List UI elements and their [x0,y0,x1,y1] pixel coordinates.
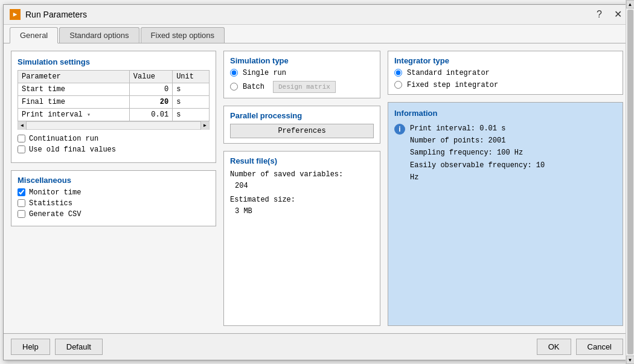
table-vertical-scrollbar[interactable]: ▲ ▼ [626,43,630,333]
info-line-3: Sampling frequency: 100 Hz [410,147,545,159]
design-matrix-button: Design matrix [273,81,336,93]
scroll-thumb[interactable] [627,43,631,333]
tab-fixed-step-options[interactable]: Fixed step options [141,27,225,43]
fixed-step-integrator-label: Fixed step integrator [407,81,498,89]
tabs-bar: General Standard options Fixed step opti… [4,25,630,43]
continuation-run-label: Continuation run [29,135,98,143]
simulation-type-title: Simulation type [230,56,374,65]
info-line-4: Easily observable frequency: 10 [410,159,545,171]
generate-csv-row: Generate CSV [18,210,210,219]
saved-vars-value: 204 [235,180,374,192]
cancel-button[interactable]: Cancel [576,339,623,355]
title-bar-controls: ? ✕ [594,8,624,21]
fixed-step-integrator-radio[interactable] [394,81,402,89]
title-bar-left: ▶ Run Parameters [10,9,87,20]
simulation-settings-title: Simulation settings [18,57,210,66]
continuation-run-row: Continuation run [18,135,210,143]
information-title: Information [394,109,616,118]
generate-csv-checkbox[interactable] [18,210,25,218]
simulation-settings-section: Simulation settings Parameter Value Unit [11,51,216,163]
close-button[interactable]: ✕ [612,8,624,21]
info-text: Print interval: 0.01 s Number of points:… [410,123,545,184]
middle-panel: Simulation type Single run Batch Design … [223,51,380,326]
app-icon: ▶ [10,9,21,20]
standard-integrator-radio[interactable] [394,69,402,77]
main-content: Simulation settings Parameter Value Unit [4,43,630,333]
old-final-values-label: Use old final values [29,145,116,154]
unit-final-time: s [173,95,210,108]
batch-row: Batch Design matrix [230,81,374,93]
param-final-time: Final time [18,95,130,108]
old-final-values-row: Use old final values [18,145,210,154]
title-bar: ▶ Run Parameters ? ✕ [4,5,630,25]
horiz-scroll-track [27,123,200,129]
integrator-type-title: Integrator type [394,56,616,65]
simulation-type-radio-group: Single run Batch Design matrix [230,69,374,93]
statistics-label: Statistics [29,199,72,208]
simulation-type-section: Simulation type Single run Batch Design … [223,51,380,98]
col-header-value: Value [129,70,172,83]
table-horizontal-scrollbar[interactable]: ◀ ▶ [18,121,210,130]
unit-print-interval: s [173,108,210,121]
table-row: Start time 0 s [18,83,210,95]
checkboxes-container: Continuation run Use old final values [18,135,210,154]
miscellaneous-section: Miscellaneous Monitor time Statistics Ge… [11,170,216,226]
standard-integrator-label: Standard integrator [407,69,490,77]
old-final-values-checkbox[interactable] [18,145,25,153]
param-print-interval: Print interval ▾ [18,108,130,121]
table-row: Final time 20 s [18,95,210,108]
value-final-time: 20 [129,95,172,108]
continuation-run-checkbox[interactable] [18,135,25,142]
info-icon: i [394,124,405,135]
monitor-time-checkbox[interactable] [18,188,25,196]
right-panel: Integrator type Standard integrator Fixe… [388,51,623,326]
value-print-interval: 0.01 [129,108,172,121]
ok-button[interactable]: OK [537,339,571,355]
parallel-processing-title: Parallel processing [230,111,374,120]
scroll-left-arrow[interactable]: ◀ [18,121,27,130]
bottom-bar-right: OK Cancel [537,339,623,355]
fixed-step-row: Fixed step integrator [394,81,616,89]
param-start-time: Start time [18,83,130,95]
statistics-row: Statistics [18,199,210,208]
info-line-1: Print interval: 0.01 s [410,123,545,135]
window-title: Run Parameters [25,10,87,19]
tab-standard-options[interactable]: Standard options [59,27,139,43]
monitor-time-row: Monitor time [18,188,210,197]
miscellaneous-title: Miscellaneous [18,176,210,185]
parallel-processing-section: Parallel processing Preferences [223,106,380,144]
table-row: Print interval ▾ 0.01 s [18,108,210,121]
unit-start-time: s [173,83,210,95]
col-header-unit: Unit [173,70,210,83]
default-button[interactable]: Default [55,339,103,355]
info-line-5: Hz [410,171,545,184]
result-files-content: Number of saved variables: 204 Estimated… [230,169,374,218]
result-files-section: Result file(s) Number of saved variables… [223,151,380,326]
monitor-time-label: Monitor time [29,188,81,197]
scroll-right-arrow[interactable]: ▶ [200,121,209,130]
single-run-radio[interactable] [230,69,238,77]
statistics-checkbox[interactable] [18,199,25,207]
information-section: Information i Print interval: 0.01 s Num… [388,102,623,326]
bottom-bar: Help Default OK Cancel [4,333,630,360]
dropdown-arrow-icon[interactable]: ▾ [87,112,91,118]
info-line-2: Number of points: 2001 [410,135,545,147]
saved-vars-label: Number of saved variables: [230,169,374,180]
tab-general[interactable]: General [10,27,58,43]
estimated-size-label: Estimated size: [230,194,374,206]
batch-radio[interactable] [230,83,238,91]
single-run-label: Single run [243,69,286,77]
preferences-button[interactable]: Preferences [230,124,374,138]
help-button[interactable]: Help [11,339,50,355]
run-parameters-window: ▶ Run Parameters ? ✕ General Standard op… [3,4,631,360]
batch-label: Batch [243,83,264,91]
generate-csv-label: Generate CSV [29,210,81,219]
batch-radio-row: Batch [230,83,264,91]
sim-table: Parameter Value Unit Start time 0 s [18,70,210,121]
help-icon-button[interactable]: ? [594,8,604,21]
col-header-parameter: Parameter [18,70,130,83]
left-panel: Simulation settings Parameter Value Unit [11,51,216,326]
estimated-size-value: 3 MB [235,206,374,217]
integrator-type-section: Integrator type Standard integrator Fixe… [388,51,623,95]
value-start-time: 0 [129,83,172,95]
